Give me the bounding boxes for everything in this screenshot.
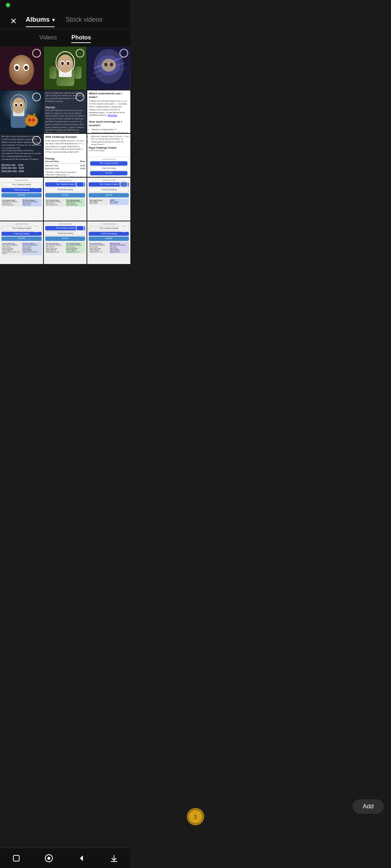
photo-cell-slippage-text[interactable]: seen on Eightcaps website as well as rig…	[44, 90, 87, 133]
tab-videos[interactable]: Videos	[39, 34, 57, 43]
photo-cell-royal-challenge[interactable]: Maximum Calendar Days: 60 (ends at 5pm E…	[87, 134, 130, 177]
photo-cell-bottom-compare-1[interactable]: myForexFunds The Trading Capital TheProp…	[0, 221, 43, 264]
select-circle-10[interactable]	[32, 180, 41, 188]
page-wrapper: ✕ Albums ▾ Stock videos Videos Photos	[0, 0, 130, 351]
select-circle-14[interactable]	[76, 224, 84, 232]
svg-point-35	[25, 115, 38, 127]
close-button[interactable]: ✕	[7, 14, 20, 29]
svg-point-5	[24, 65, 28, 70]
photo-cell-buzz-suit[interactable]	[44, 47, 87, 90]
photo-cell-instruments-text[interactable]: Which instruments can I trade? Traders c…	[87, 90, 130, 133]
svg-point-29	[12, 97, 25, 113]
svg-point-33	[15, 103, 17, 106]
photo-cell-buzz-helmet[interactable]	[87, 47, 130, 90]
photo-cell-compare-1[interactable]: myForexFunds The Trading Capital TheProp…	[0, 178, 43, 221]
select-circle-1[interactable]	[32, 49, 41, 58]
header-tabs: Albums ▾ Stock videos	[26, 16, 102, 27]
photo-grid: seen on Eightcaps website as well as rig…	[0, 47, 130, 264]
photo-cell-200k-challenge[interactable]: 200k Challenge Example In the case of a …	[44, 134, 87, 177]
select-circle-3[interactable]	[119, 49, 128, 58]
select-circle-13[interactable]	[32, 224, 41, 232]
status-bar	[0, 0, 130, 10]
select-circle-4[interactable]	[32, 93, 41, 101]
photo-cell-bottom-compare-2[interactable]: myForexFunds The Trading Capital TheProp…	[44, 221, 87, 264]
select-circle-12[interactable]	[119, 180, 128, 188]
svg-point-9	[57, 55, 73, 73]
select-circle-6[interactable]	[119, 93, 128, 101]
tab-stock-videos[interactable]: Stock videos	[66, 16, 102, 27]
select-circle-7[interactable]	[32, 136, 41, 145]
tab-photos[interactable]: Photos	[71, 34, 91, 43]
svg-point-25	[110, 63, 113, 66]
svg-point-34	[20, 103, 22, 106]
svg-point-24	[105, 63, 108, 66]
svg-point-13	[61, 62, 64, 65]
photo-cell-buzz-cat[interactable]	[0, 90, 43, 133]
svg-point-39	[32, 119, 35, 122]
select-circle-5[interactable]	[76, 93, 84, 101]
tab-albums[interactable]: Albums ▾	[26, 16, 55, 27]
svg-point-14	[67, 62, 70, 65]
photo-cell-free-trial[interactable]: We offer a free trial account so you can…	[0, 134, 43, 177]
header: ✕ Albums ▾ Stock videos	[0, 10, 130, 29]
sub-tabs: Videos Photos	[0, 29, 130, 47]
svg-rect-15	[49, 66, 56, 79]
svg-point-23	[102, 59, 116, 72]
photo-cell-bottom-compare-3[interactable]: myForexFunds The Trading Capital TheProp…	[87, 221, 130, 264]
svg-point-4	[15, 65, 19, 70]
svg-rect-16	[74, 66, 81, 79]
photo-cell-trading-capital[interactable]: myForexFunds The Trading Capital TheProp…	[87, 178, 130, 221]
svg-point-38	[28, 119, 31, 122]
photo-cell-buzz-face[interactable]	[0, 47, 43, 90]
photo-cell-compare-2[interactable]: myForexFunds The Trading Capital TheProp…	[44, 178, 87, 221]
status-dot	[6, 3, 10, 7]
select-circle-15[interactable]	[119, 224, 128, 232]
bottom-area	[0, 264, 130, 307]
scroll-content: ✕ Albums ▾ Stock videos Videos Photos	[0, 0, 130, 351]
